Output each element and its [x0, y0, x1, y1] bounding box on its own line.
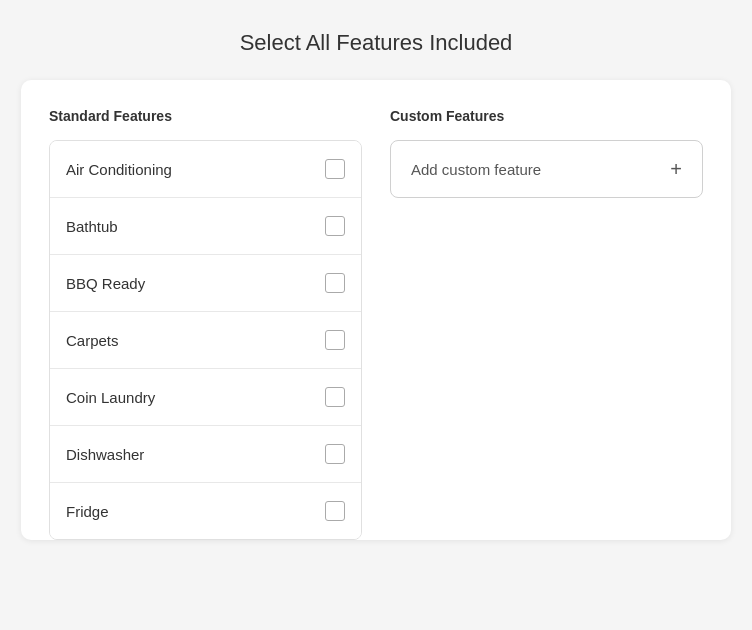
- standard-features-title: Standard Features: [49, 108, 362, 124]
- feature-label: Coin Laundry: [66, 389, 155, 406]
- checkbox-air-conditioning[interactable]: [325, 159, 345, 179]
- add-custom-feature-button[interactable]: Add custom feature +: [390, 140, 703, 198]
- features-list: Air ConditioningBathtubBBQ ReadyCarpetsC…: [49, 140, 362, 540]
- feature-label: BBQ Ready: [66, 275, 145, 292]
- list-item: Bathtub: [50, 198, 361, 255]
- custom-features-title: Custom Features: [390, 108, 703, 124]
- list-item: BBQ Ready: [50, 255, 361, 312]
- standard-features-column: Standard Features Air ConditioningBathtu…: [49, 108, 362, 540]
- checkbox-dishwasher[interactable]: [325, 444, 345, 464]
- page-title: Select All Features Included: [240, 0, 513, 80]
- feature-label: Dishwasher: [66, 446, 144, 463]
- list-item: Dishwasher: [50, 426, 361, 483]
- feature-label: Air Conditioning: [66, 161, 172, 178]
- feature-label: Fridge: [66, 503, 109, 520]
- main-card: Standard Features Air ConditioningBathtu…: [21, 80, 731, 540]
- list-item: Carpets: [50, 312, 361, 369]
- checkbox-bathtub[interactable]: [325, 216, 345, 236]
- add-custom-feature-label: Add custom feature: [411, 161, 541, 178]
- checkbox-carpets[interactable]: [325, 330, 345, 350]
- list-item: Coin Laundry: [50, 369, 361, 426]
- feature-label: Carpets: [66, 332, 119, 349]
- list-item: Air Conditioning: [50, 141, 361, 198]
- checkbox-fridge[interactable]: [325, 501, 345, 521]
- checkbox-bbq-ready[interactable]: [325, 273, 345, 293]
- plus-icon: +: [670, 159, 682, 179]
- list-item: Fridge: [50, 483, 361, 539]
- feature-label: Bathtub: [66, 218, 118, 235]
- custom-features-column: Custom Features Add custom feature +: [390, 108, 703, 540]
- checkbox-coin-laundry[interactable]: [325, 387, 345, 407]
